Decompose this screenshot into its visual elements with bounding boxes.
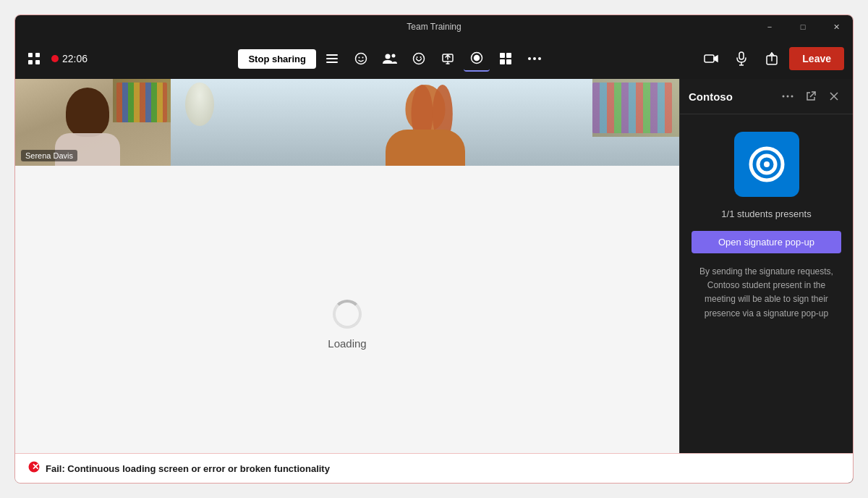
share-tray-button[interactable] — [759, 46, 785, 72]
title-bar: Team Training − □ ✕ — [15, 15, 853, 38]
hamburger-button[interactable] — [319, 46, 345, 72]
svg-point-14 — [420, 56, 421, 58]
svg-rect-4 — [326, 54, 338, 56]
mic-button[interactable] — [728, 46, 754, 72]
svg-point-7 — [355, 54, 366, 64]
students-count-text: 1/1 students presents — [721, 208, 811, 219]
svg-rect-20 — [500, 59, 505, 64]
panel-title: Contoso — [689, 90, 778, 103]
grid-view-icon[interactable] — [24, 48, 44, 69]
panel-description-text: By sending the signature requests, Conto… — [692, 265, 841, 321]
apps-button[interactable] — [493, 46, 519, 72]
maximize-button[interactable]: □ — [786, 15, 820, 38]
stop-sharing-button[interactable]: Stop sharing — [238, 49, 315, 69]
svg-text:✕: ✕ — [32, 462, 39, 472]
contoso-logo — [734, 132, 799, 197]
open-signature-popup-button[interactable]: Open signature pop-up — [692, 231, 841, 253]
svg-point-8 — [358, 57, 359, 59]
left-panel: Serena Davis — [15, 79, 679, 483]
error-icon: ✕ — [28, 461, 40, 476]
svg-point-33 — [791, 96, 793, 98]
close-button[interactable]: ✕ — [820, 15, 853, 38]
recording-dot — [51, 55, 59, 62]
svg-point-11 — [391, 54, 395, 58]
svg-point-9 — [362, 57, 363, 59]
recording-time: 22:06 — [62, 53, 88, 64]
emoji-button[interactable] — [348, 46, 374, 72]
svg-point-39 — [764, 161, 770, 167]
panel-body: 1/1 students presents Open signature pop… — [680, 114, 853, 483]
svg-point-10 — [385, 54, 390, 59]
share-content-button[interactable] — [435, 46, 461, 72]
svg-point-24 — [538, 57, 541, 60]
main-content: Serena Davis — [15, 79, 853, 483]
error-banner: ✕ Fail: Continuous loading screen or err… — [15, 453, 853, 483]
svg-rect-21 — [506, 59, 511, 64]
svg-rect-3 — [35, 60, 40, 64]
loading-area: Loading — [15, 166, 679, 483]
reactions-button[interactable] — [406, 46, 432, 72]
participant-1-video: Serena Davis — [15, 79, 171, 166]
teams-window: Team Training − □ ✕ 22:06 Stop sh — [14, 14, 854, 484]
meeting-toolbar: 22:06 Stop sharing — [15, 38, 853, 79]
svg-point-12 — [413, 54, 424, 64]
right-panel-header: Contoso — [680, 79, 853, 114]
more-button[interactable] — [522, 46, 548, 72]
leave-button[interactable]: Leave — [789, 47, 844, 70]
toolbar-right: Leave — [698, 46, 844, 72]
panel-popout-button[interactable] — [801, 86, 821, 106]
recording-badge: 22:06 — [51, 53, 88, 64]
loading-text: Loading — [328, 337, 366, 350]
svg-point-17 — [474, 56, 479, 61]
window-title: Team Training — [407, 22, 461, 32]
minimize-button[interactable]: − — [753, 15, 786, 38]
right-panel: Contoso — [679, 79, 853, 483]
svg-rect-26 — [739, 52, 744, 59]
svg-rect-19 — [506, 53, 511, 58]
camera-button[interactable] — [698, 46, 724, 72]
participant-2-video — [171, 79, 679, 166]
panel-close-button[interactable] — [824, 86, 844, 106]
error-message: Fail: Continuous loading screen or error… — [46, 463, 330, 474]
svg-rect-1 — [35, 53, 40, 57]
svg-rect-2 — [28, 60, 33, 64]
svg-point-31 — [783, 96, 785, 98]
window-controls: − □ ✕ — [753, 15, 853, 38]
video-strip: Serena Davis — [15, 79, 679, 166]
svg-point-13 — [416, 56, 417, 58]
svg-rect-6 — [326, 62, 338, 63]
svg-rect-5 — [326, 58, 338, 59]
svg-line-34 — [810, 92, 815, 97]
svg-rect-25 — [705, 55, 714, 62]
panel-header-buttons — [778, 86, 844, 106]
record-button[interactable] — [464, 46, 490, 72]
people-button[interactable] — [377, 46, 403, 72]
panel-more-button[interactable] — [778, 86, 798, 106]
svg-point-23 — [533, 57, 536, 60]
loading-spinner — [333, 300, 362, 329]
participant-1-name: Serena Davis — [21, 150, 77, 161]
svg-point-22 — [528, 57, 531, 60]
toolbar-left: 22:06 — [24, 48, 88, 69]
svg-rect-18 — [500, 53, 505, 58]
toolbar-center: Stop sharing — [92, 46, 694, 72]
svg-rect-0 — [28, 53, 33, 57]
svg-point-32 — [787, 96, 789, 98]
